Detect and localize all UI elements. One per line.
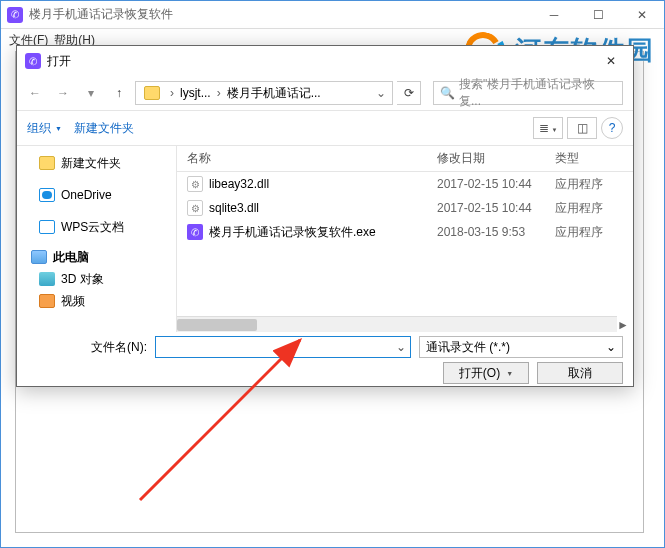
dialog-bottom: 文件名(N): ⌄ 通讯录文件 (*.*) ⌄ 打开(O)▼ 取消 [17,332,633,386]
nav-forward-button[interactable]: → [51,81,75,105]
dialog-app-icon: ✆ [25,53,41,69]
filename-label: 文件名(N): [27,339,147,356]
col-type[interactable]: 类型 [555,150,633,167]
main-title: 楼月手机通话记录恢复软件 [29,6,173,23]
scroll-thumb[interactable] [177,319,257,331]
main-titlebar: ✆ 楼月手机通话记录恢复软件 ─ ☐ ✕ [1,1,664,29]
dialog-title: 打开 [47,53,71,70]
refresh-button[interactable]: ⟳ [397,81,421,105]
nav-back-button[interactable]: ← [23,81,47,105]
chevron-down-icon[interactable]: ⌄ [396,340,406,354]
breadcrumb-seg1[interactable]: lysjt... [178,86,213,100]
app-icon: ✆ [7,7,23,23]
close-button[interactable]: ✕ [620,1,664,29]
sidebar-item-videos[interactable]: 视频 [17,290,176,312]
pc-icon [31,250,47,264]
folder-icon [39,156,55,170]
search-placeholder: 搜索"楼月手机通话记录恢复... [459,76,616,110]
toolbar: 组织▼ 新建文件夹 ≣ ◫ ? [17,110,633,146]
sidebar-item-3d-objects[interactable]: 3D 对象 [17,268,176,290]
sidebar: 新建文件夹 OneDrive WPS云文档 此电脑 3D 对象 视频 [17,146,177,332]
file-pane: 名称 修改日期 类型 ⚙ libeay32.dll 2017-02-15 10:… [177,146,633,332]
sidebar-item-this-pc[interactable]: 此电脑 [17,246,176,268]
search-input[interactable]: 🔍 搜索"楼月手机通话记录恢复... [433,81,623,105]
nav-row: ← → ▾ ↑ › lysjt... › 楼月手机通话记... ⌄ ⟳ 🔍 搜索… [17,76,633,110]
chevron-right-icon: › [166,86,178,100]
preview-pane-button[interactable]: ◫ [567,117,597,139]
dialog-titlebar: ✆ 打开 ✕ [17,46,633,76]
breadcrumb[interactable]: › lysjt... › 楼月手机通话记... ⌄ [135,81,393,105]
scroll-right-icon[interactable]: ► [615,317,631,332]
filename-input[interactable]: ⌄ [155,336,411,358]
dialog-close-button[interactable]: ✕ [589,46,633,76]
col-name[interactable]: 名称 [177,150,437,167]
chevron-right-icon: › [213,86,225,100]
file-list: ⚙ libeay32.dll 2017-02-15 10:44 应用程序 ⚙ s… [177,172,633,332]
file-row[interactable]: ⚙ sqlite3.dll 2017-02-15 10:44 应用程序 [177,196,633,220]
file-row[interactable]: ⚙ libeay32.dll 2017-02-15 10:44 应用程序 [177,172,633,196]
nav-recent-button[interactable]: ▾ [79,81,103,105]
exe-file-icon: ✆ [187,224,203,240]
folder-icon [144,86,160,100]
breadcrumb-seg2[interactable]: 楼月手机通话记... [225,85,323,102]
sidebar-item-wps[interactable]: WPS云文档 [17,216,176,238]
sidebar-item-onedrive[interactable]: OneDrive [17,184,176,206]
video-icon [39,294,55,308]
chevron-down-icon[interactable]: ⌄ [372,86,390,100]
3d-icon [39,272,55,286]
file-open-dialog: ✆ 打开 ✕ ← → ▾ ↑ › lysjt... › 楼月手机通话记... ⌄… [16,45,634,387]
file-row[interactable]: ✆ 楼月手机通话记录恢复软件.exe 2018-03-15 9:53 应用程序 [177,220,633,244]
chevron-down-icon: ⌄ [606,340,616,354]
minimize-button[interactable]: ─ [532,1,576,29]
new-folder-button[interactable]: 新建文件夹 [74,120,134,137]
search-icon: 🔍 [440,86,455,100]
maximize-button[interactable]: ☐ [576,1,620,29]
dll-file-icon: ⚙ [187,176,203,192]
sidebar-item-new-folder[interactable]: 新建文件夹 [17,152,176,174]
dll-file-icon: ⚙ [187,200,203,216]
organize-menu[interactable]: 组织▼ [27,120,62,137]
cloud-icon [39,220,55,234]
column-headers: 名称 修改日期 类型 [177,146,633,172]
nav-up-button[interactable]: ↑ [107,81,131,105]
onedrive-icon [39,188,55,202]
col-date[interactable]: 修改日期 [437,150,555,167]
help-button[interactable]: ? [601,117,623,139]
cancel-button[interactable]: 取消 [537,362,623,384]
file-type-filter[interactable]: 通讯录文件 (*.*) ⌄ [419,336,623,358]
view-mode-button[interactable]: ≣ [533,117,563,139]
open-button[interactable]: 打开(O)▼ [443,362,529,384]
horizontal-scrollbar[interactable]: ◄ ► [177,316,617,332]
